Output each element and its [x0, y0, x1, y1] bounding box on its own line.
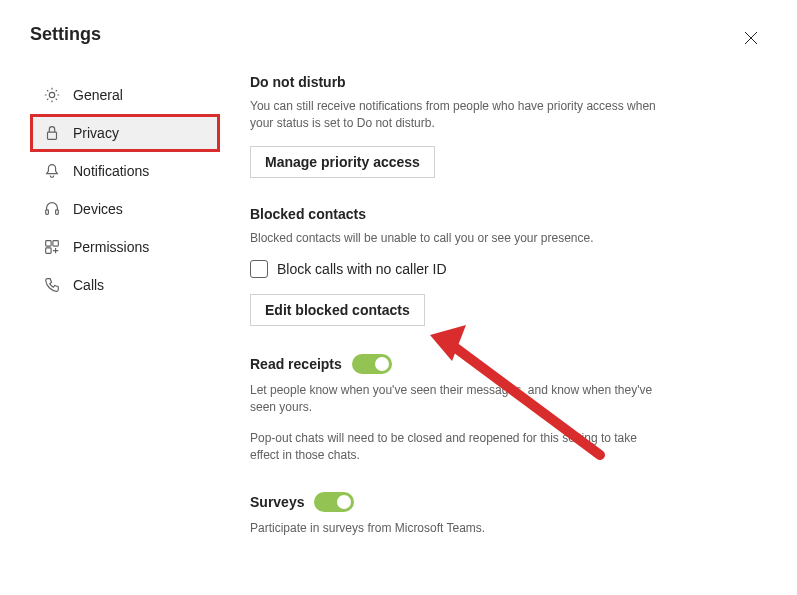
svg-rect-3 [56, 210, 59, 215]
sidebar-item-label: Notifications [73, 163, 149, 179]
lock-icon [43, 124, 61, 142]
svg-rect-6 [46, 248, 51, 253]
gear-icon [43, 86, 61, 104]
sidebar-item-label: Calls [73, 277, 104, 293]
phone-icon [43, 276, 61, 294]
section-read-receipts: Read receipts Let people know when you'v… [250, 354, 660, 463]
block-no-caller-id-checkbox[interactable]: Block calls with no caller ID [250, 260, 660, 278]
bell-icon [43, 162, 61, 180]
manage-priority-access-button[interactable]: Manage priority access [250, 146, 435, 178]
section-heading: Do not disturb [250, 74, 660, 90]
sidebar-item-label: Permissions [73, 239, 149, 255]
section-description: Let people know when you've seen their m… [250, 382, 660, 416]
sidebar-item-label: Privacy [73, 125, 119, 141]
close-button[interactable] [735, 24, 767, 56]
surveys-toggle[interactable] [314, 492, 354, 512]
sidebar-item-notifications[interactable]: Notifications [30, 152, 220, 190]
section-heading: Blocked contacts [250, 206, 660, 222]
sidebar-item-permissions[interactable]: Permissions [30, 228, 220, 266]
checkbox-label: Block calls with no caller ID [277, 261, 447, 277]
section-surveys: Surveys Participate in surveys from Micr… [250, 492, 660, 537]
sidebar-item-privacy[interactable]: Privacy [30, 114, 220, 152]
section-dnd: Do not disturb You can still receive not… [250, 74, 660, 178]
section-description: Participate in surveys from Microsoft Te… [250, 520, 660, 537]
sidebar-item-general[interactable]: General [30, 76, 220, 114]
page-title: Settings [30, 24, 101, 45]
section-description: Pop-out chats will need to be closed and… [250, 430, 660, 464]
apps-icon [43, 238, 61, 256]
section-blocked-contacts: Blocked contacts Blocked contacts will b… [250, 206, 660, 327]
sidebar-item-calls[interactable]: Calls [30, 266, 220, 304]
checkbox-icon [250, 260, 268, 278]
section-description: You can still receive notifications from… [250, 98, 660, 132]
section-heading-text: Surveys [250, 494, 304, 510]
section-heading: Surveys [250, 492, 660, 512]
section-heading: Read receipts [250, 354, 660, 374]
sidebar: General Privacy Notifications Devices Pe… [30, 74, 220, 564]
sidebar-item-label: General [73, 87, 123, 103]
section-heading-text: Read receipts [250, 356, 342, 372]
header: Settings [0, 0, 797, 74]
svg-rect-1 [48, 132, 57, 139]
section-description: Blocked contacts will be unable to call … [250, 230, 660, 247]
content-area: Do not disturb You can still receive not… [220, 74, 660, 564]
read-receipts-toggle[interactable] [352, 354, 392, 374]
edit-blocked-contacts-button[interactable]: Edit blocked contacts [250, 294, 425, 326]
headset-icon [43, 200, 61, 218]
svg-rect-5 [53, 241, 58, 246]
svg-rect-2 [46, 210, 49, 215]
svg-rect-4 [46, 241, 51, 246]
svg-point-0 [49, 92, 54, 97]
close-icon [744, 31, 758, 49]
sidebar-item-devices[interactable]: Devices [30, 190, 220, 228]
sidebar-item-label: Devices [73, 201, 123, 217]
